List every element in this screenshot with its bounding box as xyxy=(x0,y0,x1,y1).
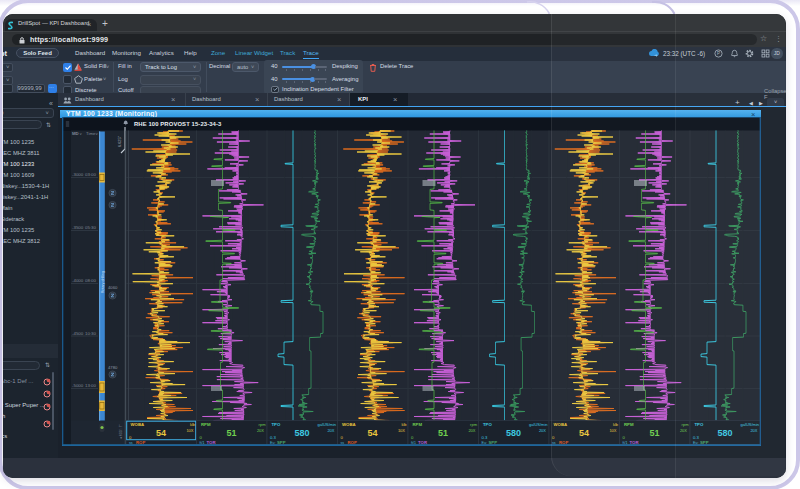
svg-text:03:00: 03:00 xyxy=(85,172,97,177)
svg-text:MD: MD xyxy=(72,131,79,136)
svg-text:20X: 20X xyxy=(539,428,546,433)
svg-text:-3500: -3500 xyxy=(72,225,84,230)
svg-text:◂ 600': 7": ◂ 600': 7" xyxy=(119,423,123,438)
svg-text:TPO: TPO xyxy=(272,422,281,427)
svg-text:galUS/min: galUS/min xyxy=(318,422,336,427)
svg-text:580: 580 xyxy=(506,428,521,438)
svg-text:51: 51 xyxy=(226,428,236,438)
svg-text:4780: 4780 xyxy=(108,365,118,370)
svg-text:Eu:: Eu: xyxy=(482,440,487,444)
svg-text:klb: klb xyxy=(401,422,407,427)
svg-text:RPM: RPM xyxy=(413,422,423,427)
svg-text:05:30: 05:30 xyxy=(85,225,97,230)
svg-text:20X: 20X xyxy=(468,428,475,433)
svg-text:-5000: -5000 xyxy=(72,383,84,388)
svg-text:ROP: ROP xyxy=(348,439,357,444)
svg-text:54: 54 xyxy=(367,428,377,438)
svg-text:08:00: 08:00 xyxy=(85,278,97,283)
svg-text:Time: Time xyxy=(86,131,96,136)
svg-text:Rotary drilling: Rotary drilling xyxy=(101,271,105,293)
svg-text:51: 51 xyxy=(438,428,448,438)
svg-text:galUS/min: galUS/min xyxy=(529,422,547,427)
svg-text:TOR: TOR xyxy=(207,439,217,444)
svg-text:13:00: 13:00 xyxy=(85,383,97,388)
svg-text:RPM: RPM xyxy=(201,422,211,427)
svg-text:10:30: 10:30 xyxy=(85,330,97,335)
svg-text:54: 54 xyxy=(156,428,166,438)
svg-text:RHE 100 PROVOST 15-23-34-3: RHE 100 PROVOST 15-23-34-3 xyxy=(134,121,222,127)
svg-text:WOBA: WOBA xyxy=(342,422,356,427)
svg-text:SPP: SPP xyxy=(489,439,498,444)
svg-text:580: 580 xyxy=(294,428,309,438)
svg-text:rpm: rpm xyxy=(470,422,478,427)
svg-text:ft/1: ft/1 xyxy=(411,440,416,444)
svg-text:WOBA: WOBA xyxy=(131,422,145,427)
svg-text:ft/1: ft/1 xyxy=(200,440,205,444)
svg-text:0.3: 0.3 xyxy=(482,434,488,439)
svg-text:10X: 10X xyxy=(398,428,405,433)
svg-text:20X: 20X xyxy=(327,428,334,433)
svg-text:-3000: -3000 xyxy=(72,172,84,177)
svg-text:klb: klb xyxy=(190,422,196,427)
svg-text:-4500: -4500 xyxy=(72,330,84,335)
svg-text:Eu:: Eu: xyxy=(270,440,275,444)
svg-text:TOR: TOR xyxy=(418,439,428,444)
svg-text:6.625": 6.625" xyxy=(118,135,122,147)
svg-text:4060: 4060 xyxy=(108,285,118,290)
svg-text:ss: ss xyxy=(341,440,345,444)
svg-text:20X: 20X xyxy=(257,428,264,433)
svg-text:SPP: SPP xyxy=(277,439,286,444)
svg-text:-4000: -4000 xyxy=(72,278,84,283)
svg-text:rpm: rpm xyxy=(259,422,267,427)
svg-text:TPO: TPO xyxy=(483,422,492,427)
svg-text:ROP: ROP xyxy=(136,439,145,444)
svg-text:0.3: 0.3 xyxy=(270,434,276,439)
svg-text:10X: 10X xyxy=(186,428,193,433)
svg-text:ss: ss xyxy=(129,440,133,444)
